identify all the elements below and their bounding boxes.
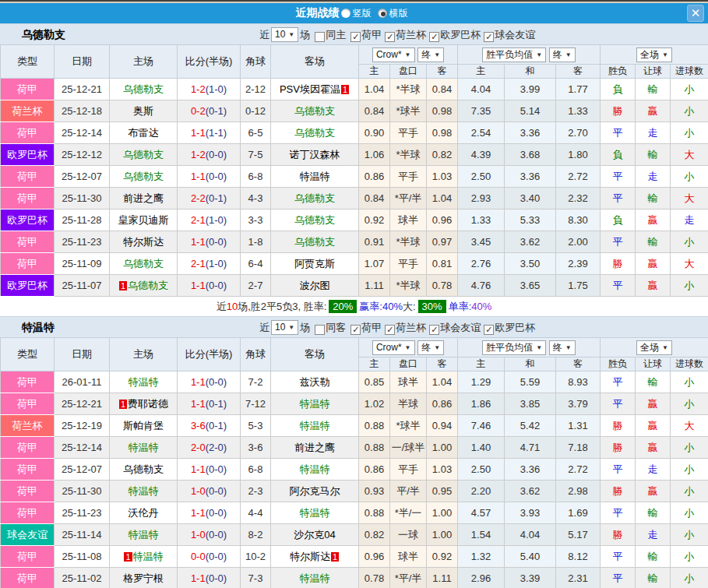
team-link[interactable]: 布雷达 (129, 127, 159, 139)
avg-draw-cell: 5.33 (505, 209, 556, 231)
handicap-cell: 輸 (636, 144, 671, 166)
team-link[interactable]: 前进之鹰 (294, 442, 335, 453)
avg-home-cell: 7.35 (458, 100, 505, 122)
result-cell: 勝 (601, 100, 636, 122)
avg-final-select[interactable]: 终▼ (549, 48, 576, 62)
result-cell: 勝 (601, 253, 636, 275)
team-link[interactable]: 乌德勒支 (128, 280, 168, 291)
same-venue-checkbox[interactable]: ✓同主 (312, 28, 346, 42)
goals-cell: 大 (671, 415, 708, 437)
league-filter-checkbox[interactable]: ✓荷兰杯 (382, 29, 426, 40)
avg-select[interactable]: 胜平负均值▼ (482, 48, 546, 62)
corner-cell: 10-2 (241, 546, 271, 568)
odds-away-cell: 1.00 (427, 437, 458, 459)
odds-company-select[interactable]: Crow*▼ (372, 48, 415, 62)
league-filter-checkbox[interactable]: ✓荷甲 (347, 29, 382, 40)
team-link[interactable]: 兹沃勒 (300, 376, 330, 388)
team-link[interactable]: 诺丁汉森林 (290, 149, 340, 160)
table-row: 欧罗巴杯25-11-28皇家贝迪斯2-1(1-0)3-3乌德勒支0.92球半0.… (1, 209, 708, 231)
team-link[interactable]: 阿尔克马尔 (290, 485, 340, 497)
team-link[interactable]: 乌德勒支 (123, 149, 164, 160)
team-link[interactable]: 奥斯 (133, 105, 153, 117)
match-count-select[interactable]: 10▼ (271, 27, 298, 42)
team-link[interactable]: 特温特 (300, 463, 330, 475)
table-row: 球会友谊25-11-14特温特1-0(0-0)8-2沙尔克040.82一球1.0… (1, 524, 708, 546)
corner-cell: 2-7 (241, 275, 271, 297)
home-team-cell: 格罗宁根 (110, 568, 178, 588)
team-link[interactable]: 乌德勒支 (294, 214, 335, 226)
team-link[interactable]: 斯帕肯堡 (123, 420, 164, 431)
result-cell: 勝 (601, 437, 636, 459)
team-link[interactable]: 特温特 (300, 572, 330, 584)
odds-line-cell: 平手 (390, 459, 427, 481)
team-link[interactable]: PSV埃因霍温 (280, 83, 340, 95)
horizontal-layout-label[interactable]: 横版 (389, 7, 408, 20)
team-link[interactable]: 特温特 (129, 485, 159, 497)
match-date: 25-12-07 (55, 166, 110, 188)
league-filter-checkbox[interactable]: ✓荷兰杯 (382, 322, 426, 333)
team-link[interactable]: 乌德勒支 (123, 463, 164, 475)
score-cell: 1-2(1-0) (178, 79, 241, 100)
handicap-cell: 贏 (636, 415, 671, 437)
team-link[interactable]: 特温特 (133, 551, 164, 562)
team-link[interactable]: 乌德勒支 (123, 171, 164, 182)
league-badge: 荷甲 (1, 459, 55, 481)
team-link[interactable]: 乌德勒支 (294, 236, 335, 248)
team-link[interactable]: 乌德勒支 (294, 192, 335, 204)
avg-home-cell: 2.50 (458, 459, 505, 481)
team-link[interactable]: 费耶诺德 (128, 398, 168, 410)
avg-draw-cell: 3.36 (505, 166, 556, 188)
odds-home-cell: 0.78 (359, 568, 390, 588)
team-link[interactable]: 特温特 (129, 376, 159, 388)
team-link[interactable]: 格罗宁根 (123, 572, 164, 584)
avg-final-select[interactable]: 终▼ (549, 340, 576, 355)
odds-home-cell: 0.86 (359, 166, 390, 188)
team-link[interactable]: 乌德勒支 (123, 83, 164, 95)
avg-draw-cell: 3.36 (505, 122, 556, 144)
match-count-select[interactable]: 10▼ (271, 320, 298, 335)
team-link[interactable]: 乌德勒支 (294, 127, 335, 139)
league-filter-checkbox[interactable]: ✓球会友谊 (481, 29, 535, 40)
chevron-down-icon: ▼ (434, 49, 440, 61)
team-link[interactable]: 特温特 (300, 398, 330, 410)
vertical-layout-radio[interactable] (341, 9, 350, 18)
odds-home-cell: 0.88 (359, 415, 390, 437)
league-filter-checkbox[interactable]: ✓球会友谊 (426, 322, 481, 333)
team-link[interactable]: 沙尔克04 (294, 529, 335, 540)
team-link[interactable]: 特尔斯达 (290, 551, 330, 562)
odds-final-select[interactable]: 终▼ (417, 340, 444, 355)
league-filter-checkbox[interactable]: ✓欧罗巴杯 (481, 322, 535, 333)
horizontal-layout-radio[interactable] (378, 9, 387, 18)
odds-company-select[interactable]: Crow*▼ (372, 340, 415, 355)
scope-select[interactable]: 全场▼ (636, 340, 672, 355)
team-link[interactable]: 特温特 (300, 171, 330, 182)
close-icon[interactable]: ✕ (687, 5, 704, 22)
odds-final-select[interactable]: 终▼ (417, 48, 444, 62)
home-team-cell: 沃伦丹 (110, 502, 178, 524)
avg-draw-cell: 3.85 (505, 393, 556, 415)
vertical-layout-label[interactable]: 竖版 (353, 7, 372, 20)
league-filter-checkbox[interactable]: ✓荷甲 (347, 322, 382, 333)
team-link[interactable]: 特温特 (300, 507, 330, 519)
rate-badge: 30% (418, 300, 446, 313)
league-filter-checkbox[interactable]: ✓欧罗巴杯 (426, 29, 481, 40)
team-link[interactable]: 特温特 (129, 442, 159, 453)
avg-select[interactable]: 胜平负均值▼ (482, 340, 546, 355)
scope-select[interactable]: 全场▼ (636, 48, 672, 62)
team-link[interactable]: 特温特 (129, 529, 159, 540)
team-link[interactable]: 前进之鹰 (123, 192, 164, 204)
result-cell: 平 (601, 393, 636, 415)
team-link[interactable]: 乌德勒支 (294, 105, 335, 117)
team-link[interactable]: 特尔斯达 (123, 236, 164, 248)
team-link[interactable]: 乌德勒支 (123, 258, 164, 269)
team-link[interactable]: 波尔图 (300, 280, 330, 291)
odds-line-cell: *半球 (390, 275, 427, 297)
team-link[interactable]: 阿贾克斯 (294, 258, 335, 269)
col-odds-line: 盘口 (390, 65, 427, 79)
panel-title: 近期战绩 (296, 6, 340, 20)
team-link[interactable]: 沃伦丹 (129, 507, 159, 519)
team-link[interactable]: 皇家贝迪斯 (118, 214, 169, 226)
team-link[interactable]: 特温特 (300, 420, 330, 431)
odds-home-cell: 1.11 (359, 275, 390, 297)
same-venue-checkbox[interactable]: ✓同客 (312, 321, 346, 335)
